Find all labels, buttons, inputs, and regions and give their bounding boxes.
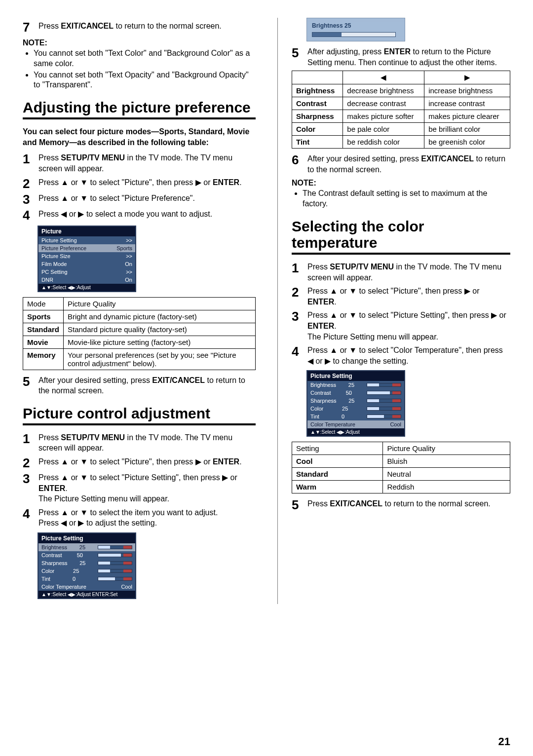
step-number: 5 [23, 375, 34, 396]
section-intro: You can select four picture modes—Sports… [23, 126, 256, 148]
note-list: The Contrast default setting is set to m… [292, 189, 510, 209]
note-item: The Contrast default setting is set to m… [303, 189, 510, 209]
osd-label: Color Temperature [41, 584, 86, 590]
step-text: Press ▲ or ▼ to select "Color Temperatur… [307, 345, 510, 366]
osd-row: Color25 [307, 405, 404, 413]
table-cell: Tint [292, 136, 343, 149]
step: 3Press ▲ or ▼ to select "Picture Prefere… [23, 193, 256, 206]
osd-label: Brightness [41, 544, 67, 550]
table-row: StandardNeutral [292, 468, 510, 481]
table-cell: decrease brightness [343, 84, 424, 97]
table-row: MovieMovie-like picture setting (factory… [23, 336, 256, 348]
table-cell: makes picture clearer [424, 110, 510, 123]
note-list: You cannot set both "Text Color" and "Ba… [23, 48, 256, 90]
osd-value: Cool [390, 421, 401, 427]
table-cell: Sharpness [292, 110, 343, 123]
table-cell: Sports [23, 310, 64, 323]
osd-footer: ▲▼:Select ◀▶:Adjust ENTER:Set [38, 591, 135, 598]
osd-slider [367, 391, 401, 395]
osd-label: Color [41, 568, 54, 574]
osd-row: Contrast50 [307, 389, 404, 397]
osd-slider [367, 415, 401, 418]
table-row: CoolBluish [292, 455, 510, 468]
step-text: Press SETUP/TV MENU in the TV mode. The … [307, 262, 510, 283]
step-5b: 5 After adjusting, press ENTER to return… [292, 46, 510, 68]
osd-value: Cool [121, 584, 132, 590]
note-heading: NOTE: [292, 179, 510, 188]
note-item: You cannot set both "Text Opacity" and "… [34, 70, 256, 91]
osd-row: Color TemperatureCool [38, 583, 135, 591]
table-cell: Warm [292, 481, 383, 493]
table-cell: be brilliant color [424, 123, 510, 136]
step: 4Press ◀ or ▶ to select a mode you want … [23, 209, 256, 222]
table-cell: be reddish color [343, 136, 424, 149]
step: 3Press ▲ or ▼ to select "Picture Setting… [23, 472, 256, 504]
table-cell: Movie-like picture setting (factory-set) [64, 336, 256, 348]
mode-table: ModePicture QualitySportsBright and dyna… [23, 297, 256, 370]
table-cell: Bright and dynamic picture (factory-set) [64, 310, 256, 323]
step-text: Press ▲ or ▼ to select "Picture", then p… [38, 456, 242, 469]
osd-row: Color25 [38, 567, 135, 575]
table-header: Picture Quality [383, 442, 510, 455]
section-heading-color-temp: Selecting the color temperature [292, 218, 510, 255]
osd-value: On [125, 261, 132, 267]
section-heading-adjust-pref: Adjusting the picture preference [23, 99, 256, 119]
osd-label: Sharpness [310, 398, 337, 404]
osd-label: DNR [41, 277, 53, 283]
brightness-label: Brightness 25 [312, 22, 400, 29]
table-cell: Standard picture quality (factory-set) [64, 323, 256, 336]
step-number: 1 [292, 262, 303, 283]
osd-slider [367, 407, 401, 411]
osd-title: Picture Setting [38, 533, 135, 543]
temperature-table: SettingPicture QualityCoolBluishStandard… [292, 442, 510, 493]
step: 1Press SETUP/TV MENU in the TV mode. The… [23, 432, 256, 454]
osd-row: Picture Setting>> [38, 236, 135, 244]
osd-slider [98, 561, 132, 565]
osd-label: Picture Setting [41, 237, 77, 243]
osd-label: Sharpness [41, 560, 68, 566]
table-cell: be pale color [343, 123, 424, 136]
table-cell: decrease contrast [343, 97, 424, 110]
table-header: Setting [292, 442, 383, 455]
step-text: Press ▲ or ▼ to select "Picture Setting"… [307, 310, 510, 342]
osd-row: PC Setting>> [38, 268, 135, 276]
osd-title: Picture Setting [307, 371, 404, 381]
step-text: After adjusting, press ENTER to return t… [307, 46, 510, 68]
osd-label: Brightness [310, 382, 336, 388]
osd-row: Contrast50 [38, 551, 135, 559]
step-number: 4 [292, 345, 303, 366]
osd-label: Tint [41, 576, 50, 582]
table-row: SportsBright and dynamic picture (factor… [23, 310, 256, 323]
step-number: 3 [292, 310, 303, 342]
osd-label: Picture Size [41, 253, 71, 259]
osd-slider [367, 383, 401, 387]
osd-value: 50 [77, 552, 83, 558]
step-number: 5 [292, 46, 303, 68]
step-5a: 5 After your desired setting, press EXIT… [23, 375, 256, 396]
left-column: 7 Press EXIT/CANCEL to return to the nor… [23, 18, 256, 604]
osd-row: Sharpness25 [307, 397, 404, 405]
table-cell: Standard [23, 323, 64, 336]
osd-slider [98, 577, 132, 581]
step-number: 2 [23, 177, 34, 190]
step-5c: 5 Press EXIT/CANCEL to return to the nor… [292, 498, 510, 511]
osd-picture-setting-menu-2: Picture SettingBrightness25Contrast50Sha… [306, 370, 405, 437]
table-row: Tintbe reddish colorbe greenish color [292, 136, 510, 149]
step: 4Press ▲ or ▼ to select "Color Temperatu… [292, 345, 510, 366]
table-cell: Your personal preferences (set by you; s… [64, 348, 256, 370]
step-7: 7 Press EXIT/CANCEL to return to the nor… [23, 21, 256, 34]
osd-value: 25 [79, 544, 85, 550]
osd-row: Sharpness25 [38, 559, 135, 567]
osd-label: Color Temperature [310, 421, 355, 427]
step-number: 2 [23, 456, 34, 469]
osd-value: 25 [348, 382, 354, 388]
osd-row: Tint0 [307, 413, 404, 420]
osd-footer: ▲▼:Select ◀▶:Adjust [307, 428, 404, 436]
osd-title: Picture [38, 227, 135, 236]
step-text: Press EXIT/CANCEL to return to the norma… [38, 21, 222, 34]
step-number: 3 [23, 193, 34, 206]
osd-value: 50 [346, 390, 352, 396]
table-row: Colorbe pale colorbe brilliant color [292, 123, 510, 136]
table-cell: makes picture softer [343, 110, 424, 123]
table-cell: be greenish color [424, 136, 510, 149]
